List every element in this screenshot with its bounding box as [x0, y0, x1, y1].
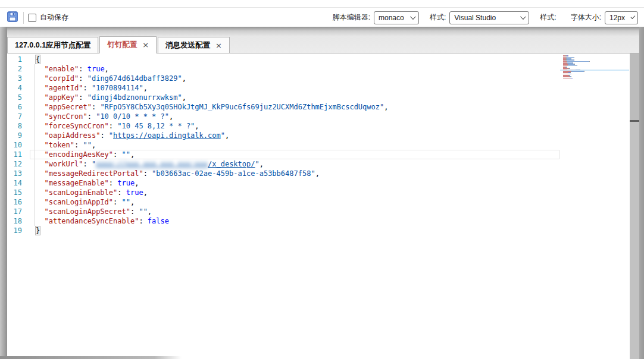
code-segment: : [139, 217, 147, 225]
line-number[interactable]: 14 [7, 178, 29, 188]
code-line[interactable]: "scanLoginAppSecret": "", [36, 207, 388, 216]
tab-2[interactable]: 钉钉配置× [99, 36, 157, 53]
line-number[interactable]: 6 [7, 102, 29, 112]
code-line[interactable]: } [36, 226, 388, 235]
style-select[interactable]: Visual Studio [449, 11, 529, 24]
code-segment: "messageEnable" [44, 179, 108, 187]
code-line[interactable]: "appSecret": "RFpO5Y8Cb5Xy3q0SHOkJtgMJ_K… [36, 102, 388, 112]
line-number[interactable]: 1 [7, 55, 29, 64]
code-segment: "10 0/10 * * * ?" [96, 112, 169, 121]
code-segment: " [255, 160, 260, 168]
floppy-disk-icon [7, 11, 18, 24]
code-line[interactable]: "encodingAesKey": "", [36, 150, 388, 159]
line-number[interactable]: 11 [7, 150, 29, 159]
code-line[interactable]: "scanLoginAppId": "", [36, 197, 388, 207]
minimap[interactable] [562, 54, 629, 80]
minimap-segment [589, 61, 590, 62]
code-line[interactable]: "workUrl": "xxxx://xxx.xxx.xxx.xxx:xxx/x… [36, 159, 388, 169]
line-number[interactable]: 4 [7, 83, 29, 93]
code-segment [36, 217, 44, 225]
toolbar: 自动保存 脚本编辑器: monaco 样式: Visual Studio 样式:… [0, 8, 644, 27]
code-segment: , [143, 84, 148, 92]
save-button[interactable] [6, 11, 19, 24]
code-segment: : [79, 65, 87, 73]
tab-header: 127.0.0.1应用节点配置钉钉配置×消息发送配置× [7, 27, 639, 53]
code-segment: true [117, 179, 135, 187]
code-segment [36, 93, 44, 102]
tab-3[interactable]: 消息发送配置× [158, 37, 230, 53]
code-segment: "encodingAesKey" [44, 150, 113, 159]
code-line[interactable]: "agentId": "1070894114", [36, 83, 388, 93]
line-number[interactable]: 10 [7, 140, 29, 150]
line-number[interactable]: 7 [7, 112, 29, 121]
line-number[interactable]: 16 [7, 197, 29, 207]
code-segment [36, 207, 44, 216]
code-line[interactable]: "corpId": "ding674d614dbaff3829", [36, 74, 388, 83]
code-line[interactable]: "attendanceSyncEnable": false [36, 216, 388, 226]
line-number-gutter[interactable]: 12345678910111213141516171819 [7, 55, 29, 235]
code-segment: "RFpO5Y8Cb5Xy3q0SHOkJtgMJ_KkP9uc6fs69juz… [100, 103, 384, 111]
code-line[interactable]: "oapiAddress": "https://oapi.dingtalk.co… [36, 131, 388, 140]
code-segment: , [105, 65, 109, 73]
code-segment: "scanLoginAppId" [44, 198, 113, 206]
minimap-segment [563, 78, 570, 79]
line-number[interactable]: 5 [7, 93, 29, 102]
code-segment: : [143, 169, 152, 178]
code-segment: " [221, 131, 225, 140]
code-segment: "appSecret" [44, 103, 91, 111]
minimap-segment [571, 74, 571, 75]
code-editor[interactable]: 12345678910111213141516171819 { "enable"… [7, 53, 639, 359]
indent-guide [34, 64, 35, 226]
code-line[interactable]: "scanLoginEnable": true, [36, 188, 388, 197]
code-line[interactable]: "enable": true, [36, 64, 388, 74]
tab-1[interactable]: 127.0.0.1应用节点配置 [7, 37, 98, 53]
code-segment: : [109, 179, 117, 187]
code-segment: "scanLoginEnable" [44, 188, 117, 197]
line-number[interactable]: 2 [7, 64, 29, 74]
code-line[interactable]: "messageEnable": true, [36, 178, 388, 188]
code-line[interactable]: "forceSyncCron": "10 45 8,12 * * ?", [36, 121, 388, 131]
code-segment: "oapiAddress" [44, 131, 100, 140]
code-content[interactable]: { "enable": true, "corpId": "ding674d614… [36, 55, 388, 235]
code-segment: , [182, 74, 186, 83]
tab-close-icon[interactable]: × [142, 40, 149, 49]
code-line[interactable]: "appKey": "dingj4bdznonurrxwksm", [36, 93, 388, 102]
line-number[interactable]: 19 [7, 226, 29, 235]
toolbar-separator [23, 12, 24, 24]
line-number[interactable]: 18 [7, 216, 29, 226]
tab-close-icon[interactable]: × [215, 41, 222, 50]
vertical-scrollbar[interactable] [630, 53, 639, 359]
line-number[interactable]: 8 [7, 121, 29, 131]
line-number[interactable]: 13 [7, 169, 29, 178]
autosave-checkbox[interactable] [28, 14, 36, 22]
font-size-select[interactable]: 12px [605, 11, 638, 24]
line-number[interactable]: 17 [7, 207, 29, 216]
code-segment [36, 103, 44, 111]
code-segment: , [225, 131, 229, 140]
line-number[interactable]: 3 [7, 74, 29, 83]
line-number[interactable]: 15 [7, 188, 29, 197]
scrollbar-thumb[interactable] [630, 53, 639, 120]
autosave-toggle[interactable]: 自动保存 [28, 12, 68, 23]
redacted-text: xxxx://xxx.xxx.xxx.xxx:xxx [96, 160, 208, 168]
code-line[interactable]: "messageRedirectPortal": "b03663ac-02ae-… [36, 169, 388, 178]
code-line[interactable]: "token": "", [36, 140, 388, 150]
code-segment: : [74, 141, 83, 149]
line-number[interactable]: 9 [7, 131, 29, 140]
code-segment: "b03663ac-02ae-459b-a1ce-a53bb6487f58" [152, 169, 315, 178]
code-segment: "messageRedirectPortal" [44, 169, 143, 178]
code-segment: "attendanceSyncEnable" [44, 217, 139, 225]
line-number[interactable]: 12 [7, 159, 29, 169]
code-segment: : [130, 207, 139, 216]
code-segment: "" [122, 150, 130, 159]
script-editor-select[interactable]: monaco [374, 11, 419, 24]
code-segment: "dingj4bdznonurrxwksm" [87, 93, 182, 102]
code-line[interactable]: { [36, 55, 388, 64]
code-line[interactable]: "syncCron": "10 0/10 * * * ?", [36, 112, 388, 121]
minimap-segment [571, 78, 573, 79]
code-segment: , [169, 112, 173, 121]
code-segment: : [117, 188, 126, 197]
code-segment: "token" [44, 141, 74, 149]
scrollbar-marker [630, 120, 639, 122]
minimap-segment [584, 71, 584, 72]
